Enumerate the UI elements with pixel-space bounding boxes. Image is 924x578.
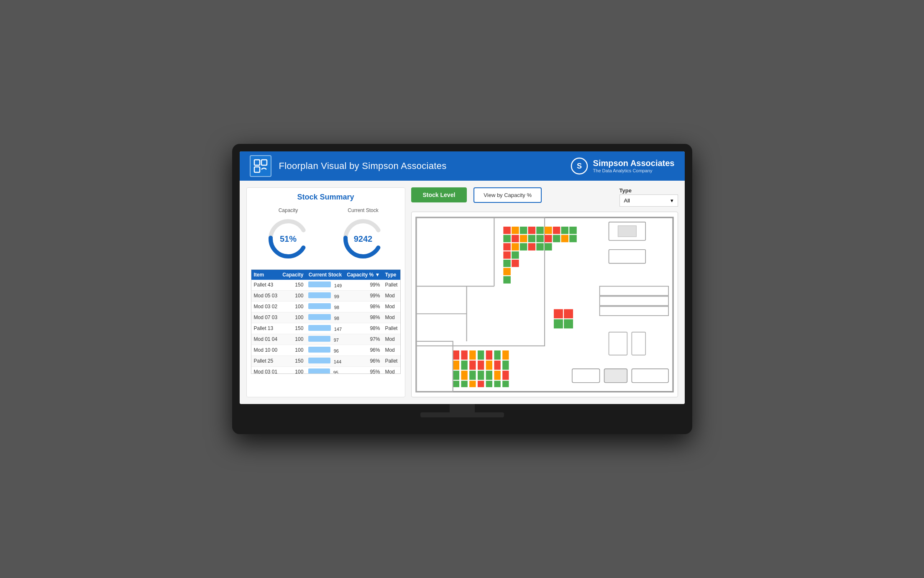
simpson-logo-icon: S	[571, 157, 588, 175]
cell-type: Mod	[382, 334, 400, 345]
svg-rect-71	[494, 361, 500, 370]
stock-summary-title: Stock Summary	[251, 193, 401, 202]
cell-capacity-pct: 95%	[344, 366, 382, 374]
svg-rect-35	[512, 243, 519, 251]
cell-capacity-pct: 98%	[344, 301, 382, 312]
svg-rect-56	[461, 371, 467, 380]
cell-capacity-pct: 96%	[344, 345, 382, 355]
svg-rect-59	[469, 361, 476, 370]
svg-rect-18	[520, 227, 527, 234]
controls-row: Stock Level View by Capacity % Type All …	[411, 187, 678, 207]
svg-rect-63	[477, 361, 484, 370]
cell-item: Mod 10 00	[251, 345, 280, 355]
svg-rect-67	[486, 361, 492, 370]
svg-rect-24	[569, 227, 577, 234]
table-header-row: Item Capacity Current Stock Capacity % ▼…	[251, 270, 400, 280]
cell-capacity: 100	[280, 312, 306, 323]
svg-rect-47	[564, 309, 573, 318]
type-dropdown-value: All	[624, 197, 630, 204]
cell-capacity: 100	[280, 290, 306, 301]
svg-rect-65	[477, 381, 484, 387]
cell-capacity-pct: 98%	[344, 323, 382, 334]
cell-item: Pallet 25	[251, 355, 280, 366]
cell-capacity-pct: 99%	[344, 290, 382, 301]
capacity-value: 51%	[280, 234, 297, 243]
main-content: Stock Summary Capacity	[240, 181, 685, 404]
svg-rect-77	[502, 381, 509, 387]
cell-type: Pallet	[382, 280, 400, 291]
cell-capacity: 100	[280, 301, 306, 312]
svg-rect-42	[503, 268, 511, 275]
cell-type: Pallet	[382, 323, 400, 334]
svg-rect-45	[512, 260, 519, 267]
col-capacity: Capacity	[280, 270, 306, 280]
current-stock-gauge: Current Stock 9242	[340, 207, 386, 262]
svg-rect-34	[503, 243, 511, 251]
col-item: Item	[251, 270, 280, 280]
table-wrapper: Item Capacity Current Stock Capacity % ▼…	[251, 269, 401, 374]
svg-rect-39	[545, 243, 552, 251]
cell-current-stock: 98	[306, 312, 344, 323]
right-panel: Stock Level View by Capacity % Type All …	[411, 187, 678, 398]
header-right: S Simpson Associates The Data Analytics …	[571, 157, 675, 175]
svg-rect-22	[553, 227, 560, 234]
svg-rect-40	[503, 251, 511, 259]
svg-rect-44	[512, 251, 519, 259]
cell-type: Mod	[382, 290, 400, 301]
svg-rect-61	[469, 381, 476, 387]
cell-item: Mod 07 03	[251, 312, 280, 323]
svg-rect-55	[461, 361, 467, 370]
cell-type: Mod	[382, 366, 400, 374]
type-dropdown[interactable]: All ▾	[619, 194, 678, 207]
table-row: Pallet 13 150 147 98% Pallet	[251, 323, 400, 334]
cell-current-stock: 147	[306, 323, 344, 334]
svg-rect-33	[569, 235, 577, 242]
stand-neck	[450, 404, 475, 412]
svg-rect-51	[453, 361, 459, 370]
cell-capacity: 100	[280, 334, 306, 345]
svg-rect-0	[254, 160, 260, 165]
svg-rect-60	[469, 371, 476, 380]
svg-rect-85	[604, 369, 627, 383]
svg-rect-72	[494, 371, 500, 380]
table-row: Mod 03 02 100 98 98% Mod	[251, 301, 400, 312]
view-capacity-button[interactable]: View by Capacity %	[474, 187, 542, 203]
cell-item: Pallet 13	[251, 323, 280, 334]
svg-rect-70	[494, 350, 500, 360]
table-row: Mod 03 01 100 95 95% Mod	[251, 366, 400, 374]
chevron-down-icon: ▾	[671, 197, 673, 204]
svg-rect-37	[528, 243, 535, 251]
col-type: Type	[382, 270, 400, 280]
cell-current-stock: 99	[306, 290, 344, 301]
svg-rect-53	[453, 381, 459, 387]
current-stock-value: 9242	[354, 234, 373, 243]
floorplan-svg	[412, 212, 678, 397]
svg-rect-79	[618, 225, 636, 236]
header-title: Floorplan Visual by Simpson Associates	[279, 161, 447, 171]
current-stock-gauge-container: 9242	[340, 216, 386, 262]
type-filter-label: Type	[619, 187, 678, 194]
svg-rect-29	[536, 235, 544, 242]
stock-level-button[interactable]: Stock Level	[411, 187, 467, 202]
capacity-gauge: Capacity 51%	[265, 207, 311, 262]
capacity-gauge-container: 51%	[265, 216, 311, 262]
svg-rect-50	[453, 350, 459, 360]
svg-rect-66	[486, 350, 492, 360]
table-row: Mod 07 03 100 98 98% Mod	[251, 312, 400, 323]
svg-rect-27	[520, 235, 527, 242]
company-name: Simpson Associates	[593, 159, 675, 168]
table-row: Mod 05 03 100 99 99% Mod	[251, 290, 400, 301]
svg-rect-31	[553, 235, 560, 242]
table-row: Pallet 43 150 149 99% Pallet	[251, 280, 400, 291]
table-row: Mod 01 04 100 97 97% Mod	[251, 334, 400, 345]
table-scroll-container[interactable]: Item Capacity Current Stock Capacity % ▼…	[251, 269, 401, 374]
svg-rect-73	[494, 381, 500, 387]
svg-rect-23	[561, 227, 568, 234]
current-stock-label: Current Stock	[340, 207, 386, 213]
svg-rect-52	[453, 371, 459, 380]
type-filter: Type All ▾	[619, 187, 678, 207]
svg-rect-32	[561, 235, 568, 242]
cell-capacity-pct: 96%	[344, 355, 382, 366]
cell-capacity-pct: 98%	[344, 312, 382, 323]
cell-item: Pallet 43	[251, 280, 280, 291]
